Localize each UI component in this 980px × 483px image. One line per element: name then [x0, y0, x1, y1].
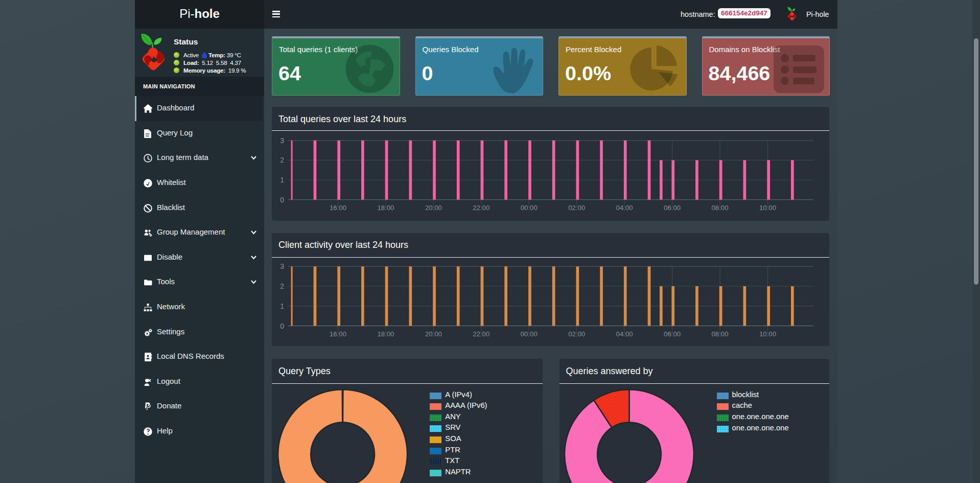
svg-text:18:00: 18:00: [377, 330, 394, 338]
svg-text:08:00: 08:00: [711, 330, 728, 338]
svg-text:02:00: 02:00: [568, 204, 585, 212]
svg-text:18:00: 18:00: [377, 204, 394, 212]
svg-text:08:00: 08:00: [711, 204, 728, 212]
svg-text:02:00: 02:00: [568, 330, 585, 338]
svg-text:10:00: 10:00: [759, 204, 776, 212]
svg-text:16:00: 16:00: [330, 204, 346, 212]
svg-text:06:00: 06:00: [664, 330, 681, 338]
svg-text:1: 1: [280, 302, 284, 310]
svg-text:3: 3: [280, 136, 284, 145]
svg-text:22:00: 22:00: [473, 204, 489, 212]
svg-text:04:00: 04:00: [616, 330, 633, 338]
svg-text:2: 2: [280, 156, 284, 164]
svg-text:20:00: 20:00: [425, 330, 442, 338]
svg-text:3: 3: [280, 262, 284, 270]
svg-text:16:00: 16:00: [330, 330, 346, 338]
svg-text:00:00: 00:00: [521, 204, 538, 212]
svg-text:00:00: 00:00: [521, 330, 538, 338]
svg-text:0: 0: [280, 322, 284, 330]
svg-text:04:00: 04:00: [616, 204, 633, 212]
svg-text:22:00: 22:00: [473, 330, 489, 338]
svg-text:2: 2: [280, 282, 284, 290]
svg-text:0: 0: [280, 196, 284, 204]
svg-text:20:00: 20:00: [425, 204, 442, 212]
svg-text:1: 1: [280, 176, 284, 184]
svg-text:06:00: 06:00: [664, 204, 681, 212]
svg-text:10:00: 10:00: [759, 330, 776, 338]
